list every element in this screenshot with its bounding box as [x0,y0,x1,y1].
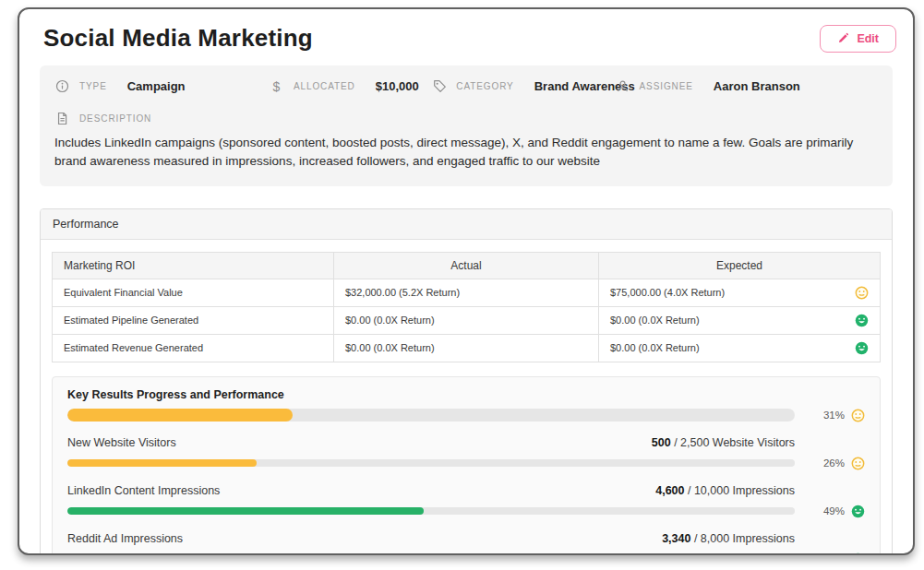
document-icon [54,111,70,126]
meta-field-allocated: $ ALLOCATED $10,000 [269,78,433,94]
meta-field-value: $10,000 [376,79,419,93]
meta-field-label: CATEGORY [456,81,513,91]
roi-table-row: Estimated Revenue Generated $0.00 (0.0X … [53,334,881,362]
overall-progress-track [67,409,795,422]
person-icon [615,78,630,94]
key-result-value: 4,600 / 10,000 Impressions [655,484,795,497]
meta-field-value: Campaign [127,79,186,93]
overall-progress-fill [67,409,293,422]
performance-body: Marketing ROI Actual Expected Equivalent… [41,240,892,556]
key-result-percent: 49% [823,505,845,517]
key-result-item: Reddit Ad Impressions 3,340 / 8,000 Impr… [67,532,865,556]
key-results-title: Key Results Progress and Performance [67,388,865,401]
roi-table-body: Equivalent Financial Value $32,000.00 (5… [53,279,881,362]
roi-expected: $0.00 (0.0X Return) [610,342,700,353]
page-header: Social Media Marketing Edit [34,9,898,62]
meta-field-assignee: ASSIGNEE Aaron Branson [615,78,878,94]
meta-row: TYPE Campaign $ ALLOCATED $10,000 CATEGO… [54,78,878,94]
key-result-label: Reddit Ad Impressions [67,532,183,545]
status-warn-emoji [855,286,869,300]
key-result-percent: 26% [823,457,845,469]
roi-table-row: Equivalent Financial Value $32,000.00 (5… [53,279,881,306]
roi-table-row: Estimated Pipeline Generated $0.00 (0.0X… [53,306,881,334]
overall-progress-percent: 31% [823,410,845,421]
overall-progress-row: 31% [67,409,865,422]
roi-header-actual: Actual [333,252,598,279]
key-result-fill [67,459,257,467]
dollar-icon: $ [269,78,284,94]
info-icon [54,78,70,94]
roi-expected: $0.00 (0.0X Return) [610,315,700,326]
status-warn-emoji [851,457,865,470]
key-result-label: New Website Visitors [67,436,176,449]
roi-metric: Estimated Revenue Generated [53,334,334,362]
key-result-item: LinkedIn Content Impressions 4,600 / 10,… [67,484,865,518]
app-window: Social Media Marketing Edit TYPE Campaig… [18,7,915,555]
description-text: Includes LinkedIn campaigns (sponsored c… [54,134,878,172]
key-result-percent: 37% [823,553,845,555]
meta-field-label: ASSIGNEE [640,81,693,91]
meta-field-label: ALLOCATED [294,81,355,91]
description-row: DESCRIPTION [54,111,878,126]
meta-field-label: TYPE [79,81,107,91]
key-result-item: New Website Visitors 500 / 2,500 Website… [67,436,865,470]
roi-expected: $75,000.00 (4.0X Return) [610,287,725,298]
key-result-label: LinkedIn Content Impressions [67,484,220,497]
performance-panel: Performance Marketing ROI Actual Expecte… [40,208,893,556]
pencil-icon [837,32,849,44]
status-good-emoji [855,314,869,327]
tag-icon [433,78,447,94]
meta-field-type: TYPE Campaign [54,78,269,94]
roi-header-metric: Marketing ROI [53,252,334,279]
roi-header-expected: Expected [599,252,881,279]
roi-actual: $32,000.00 (5.2X Return) [333,279,598,306]
roi-actual: $0.00 (0.0X Return) [333,334,598,362]
campaign-info-card: TYPE Campaign $ ALLOCATED $10,000 CATEGO… [40,65,893,186]
key-results-box: Key Results Progress and Performance 31%… [52,376,881,556]
meta-field-category: CATEGORY Brand Awareness [433,78,614,94]
key-result-value: 500 / 2,500 Website Visitors [652,436,795,449]
overall-status-emoji [851,409,865,422]
edit-button-label: Edit [857,32,879,45]
roi-header-row: Marketing ROI Actual Expected [53,252,881,279]
page-title: Social Media Marketing [43,24,313,53]
key-results-list: New Website Visitors 500 / 2,500 Website… [67,436,865,556]
meta-field-value: Aaron Branson [714,79,800,93]
roi-metric: Equivalent Financial Value [53,279,334,306]
key-result-fill [67,507,424,515]
edit-button[interactable]: Edit [820,25,896,53]
key-result-value: 3,340 / 8,000 Impressions [662,532,795,545]
status-good-emoji [851,505,865,518]
roi-table: Marketing ROI Actual Expected Equivalent… [52,252,881,362]
key-result-track [67,459,795,467]
roi-metric: Estimated Pipeline Generated [53,306,334,334]
description-label: DESCRIPTION [79,113,151,124]
status-good-emoji [851,552,865,556]
roi-actual: $0.00 (0.0X Return) [333,306,598,334]
status-good-emoji [855,341,869,355]
key-result-track [67,507,795,515]
performance-header: Performance [41,209,892,240]
